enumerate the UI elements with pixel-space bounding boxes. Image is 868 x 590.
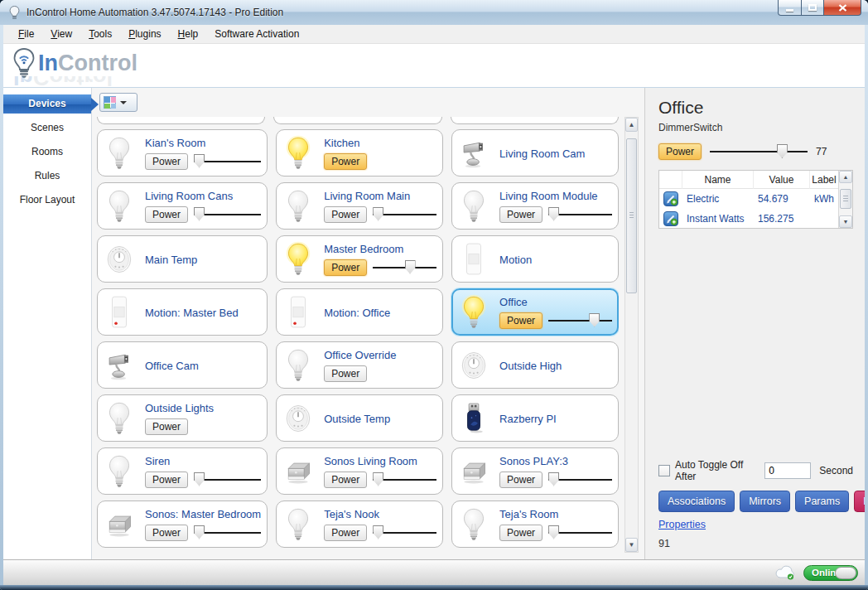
slider-thumb[interactable] <box>777 144 788 158</box>
device-card-office-cam[interactable]: Office Cam <box>97 341 268 389</box>
device-card-teja-s-room[interactable]: Teja's RoomPower <box>451 501 619 548</box>
power-button[interactable]: Power <box>324 365 367 382</box>
table-scrollbar[interactable]: ▲ ▼ <box>838 171 852 228</box>
auto-toggle-checkbox[interactable] <box>658 465 670 476</box>
power-button[interactable]: Power <box>145 153 188 170</box>
power-slider[interactable] <box>373 472 436 487</box>
slider-thumb[interactable] <box>373 207 383 221</box>
menu-item-view[interactable]: View <box>42 26 80 42</box>
device-card-motion[interactable]: Motion <box>451 235 619 283</box>
device-card-living-room-module[interactable]: Living Room ModulePower <box>451 182 619 230</box>
table-scrollbar-thumb[interactable] <box>840 189 851 209</box>
detail-power-button[interactable]: Power <box>658 143 702 160</box>
power-slider[interactable] <box>548 525 612 540</box>
device-card-office[interactable]: OfficePower <box>451 288 619 336</box>
slider-thumb[interactable] <box>405 260 416 274</box>
power-slider[interactable] <box>373 207 436 222</box>
power-button[interactable]: Power <box>145 418 188 435</box>
device-card-sonos-master-bedroom[interactable]: Sonos: Master BedroomPower <box>97 501 268 548</box>
column-header-label[interactable]: Label <box>809 171 838 189</box>
slider-thumb[interactable] <box>373 525 383 539</box>
slider-thumb[interactable] <box>194 472 205 486</box>
device-card-living-room-main[interactable]: Living Room MainPower <box>276 182 443 230</box>
column-header-name[interactable]: Name <box>682 171 753 189</box>
power-slider[interactable] <box>548 207 612 222</box>
power-button[interactable]: Power <box>324 472 367 488</box>
menu-item-help[interactable]: Help <box>170 26 207 42</box>
scroll-down-button[interactable]: ▼ <box>625 538 638 552</box>
sidebar-item-rooms[interactable]: Rooms <box>3 143 91 162</box>
power-button[interactable]: Power <box>324 206 367 223</box>
power-button[interactable]: Power <box>324 525 367 541</box>
table-scroll-up-button[interactable]: ▲ <box>839 171 852 183</box>
power-button[interactable]: Power <box>499 206 542 223</box>
device-card-sonos-living-room[interactable]: Sonos Living RoomPower <box>276 447 443 495</box>
close-button[interactable] <box>824 0 861 16</box>
power-button[interactable]: Power <box>145 472 188 488</box>
slider-thumb[interactable] <box>194 207 205 221</box>
power-slider[interactable] <box>194 525 261 540</box>
slider-thumb[interactable] <box>548 472 559 486</box>
slider-thumb[interactable] <box>548 525 559 539</box>
properties-link[interactable]: Properties <box>658 519 706 530</box>
device-card-outside-lights[interactable]: Outside LightsPower <box>97 394 268 442</box>
power-button[interactable]: Power <box>324 153 367 170</box>
auto-toggle-seconds-input[interactable] <box>764 462 811 479</box>
power-button[interactable]: Power <box>499 525 542 541</box>
sidebar-item-floor-layout[interactable]: Floor Layout <box>3 191 91 210</box>
associations-button[interactable]: Associations <box>658 491 735 512</box>
table-scroll-down-button[interactable]: ▼ <box>839 215 852 228</box>
device-card-office-override[interactable]: Office OverridePower <box>276 341 443 389</box>
maximize-button[interactable] <box>802 0 824 16</box>
power-slider[interactable] <box>548 472 612 487</box>
power-button[interactable]: Power <box>145 525 188 541</box>
sidebar-item-rules[interactable]: Rules <box>3 167 91 186</box>
power-button[interactable]: Power <box>324 259 367 276</box>
column-header-value[interactable]: Value <box>753 171 809 189</box>
online-toggle[interactable]: Online <box>803 565 858 581</box>
device-card-kitchen[interactable]: KitchenPower <box>276 129 443 177</box>
menu-item-tools[interactable]: Tools <box>80 26 120 42</box>
scroll-up-button[interactable]: ▲ <box>625 118 638 132</box>
slider-thumb[interactable] <box>373 472 383 486</box>
minimize-button[interactable] <box>778 0 802 16</box>
view-selector-dropdown[interactable] <box>99 93 137 112</box>
power-slider[interactable] <box>194 207 261 222</box>
table-row-electric[interactable]: Electric54.679kWh <box>659 189 838 209</box>
menu-item-software-activation[interactable]: Software Activation <box>206 26 307 42</box>
sidebar-item-scenes[interactable]: Scenes <box>3 118 91 138</box>
device-card-motion-master-bed[interactable]: Motion: Master Bed <box>97 288 268 336</box>
device-grid-scrollbar[interactable]: ▲ ▼ <box>624 117 639 553</box>
power-slider[interactable] <box>194 154 261 169</box>
slider-thumb[interactable] <box>548 207 559 221</box>
device-card-living-room-cans[interactable]: Living Room CansPower <box>97 182 268 230</box>
device-card-siren[interactable]: SirenPower <box>97 447 268 495</box>
power-slider[interactable] <box>194 472 261 487</box>
slider-thumb[interactable] <box>194 154 205 168</box>
menu-item-file[interactable]: File <box>10 26 42 42</box>
power-slider[interactable] <box>373 260 436 275</box>
power-slider[interactable] <box>373 525 436 540</box>
power-slider[interactable] <box>548 313 612 328</box>
menu-item-plugins[interactable]: Plugins <box>120 26 169 42</box>
device-card-kian-s-room[interactable]: Kian's RoomPower <box>97 129 268 177</box>
scrollbar-thumb[interactable] <box>626 138 637 293</box>
device-card-master-bedroom[interactable]: Master BedroomPower <box>276 235 443 283</box>
power-button[interactable]: Power <box>499 472 542 488</box>
device-card-outside-temp[interactable]: Outside Temp <box>276 394 443 442</box>
power-button[interactable]: Power <box>499 312 542 329</box>
device-card-teja-s-nook[interactable]: Teja's NookPower <box>276 501 443 548</box>
mirrors-button[interactable]: Mirrors <box>740 491 790 512</box>
sidebar-item-devices[interactable]: Devices <box>3 94 91 114</box>
detail-power-slider[interactable] <box>710 144 808 159</box>
slider-thumb[interactable] <box>589 313 600 327</box>
device-card-living-room-cam[interactable]: Living Room Cam <box>451 129 619 177</box>
title-bar[interactable]: InControl Home Automation 3.47.5074.1714… <box>0 0 868 25</box>
device-card-sonos-play-3[interactable]: Sonos PLAY:3Power <box>451 447 619 495</box>
device-card-outside-high[interactable]: Outside High <box>451 341 619 389</box>
slider-thumb[interactable] <box>194 525 205 539</box>
params-button[interactable]: Params <box>795 491 849 512</box>
table-row-instant-watts[interactable]: Instant Watts156.275 <box>659 209 838 229</box>
device-card-main-temp[interactable]: Main Temp <box>97 235 268 283</box>
device-card-razberry-pi[interactable]: Razberry PI <box>451 394 619 442</box>
